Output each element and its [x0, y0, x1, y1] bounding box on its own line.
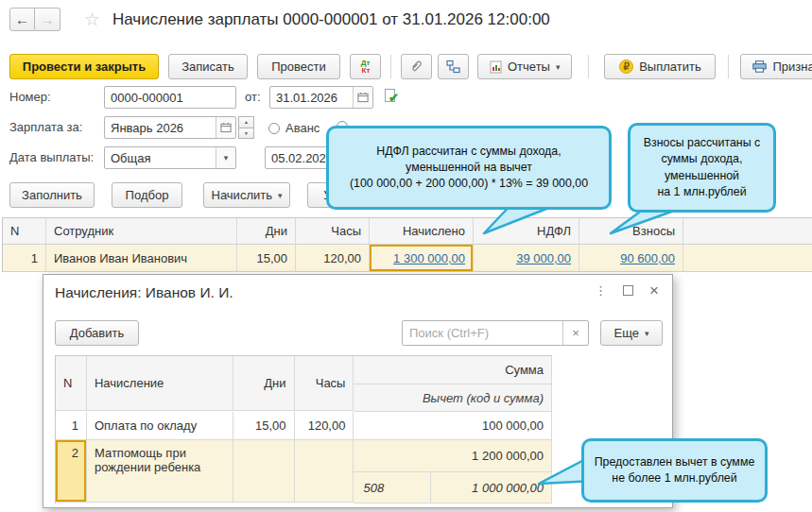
contributions-callout: Взносы рассчитаны с суммы дохода, уменьш…	[628, 123, 776, 213]
kebab-menu-icon[interactable]: ⋮	[595, 283, 607, 298]
accrue-button[interactable]: Начислить▾	[203, 182, 290, 208]
reports-button[interactable]: Отчеты▾	[477, 54, 572, 79]
column-header-contributions[interactable]: Взносы	[579, 218, 683, 245]
paperclip-icon	[409, 60, 423, 74]
hours-cell[interactable]: 120,00	[295, 412, 354, 440]
deduction-code-cell[interactable]: 508	[354, 472, 431, 503]
table-row[interactable]: 1 Иванов Иван Иванович 15,00 120,00 1 30…	[3, 245, 812, 272]
payment-date-label: Дата выплаты:	[9, 150, 94, 164]
payroll-table-header: N Сотрудник Дни Часы Начислено НДФЛ Взно…	[3, 218, 812, 245]
salary-month-field[interactable]: Январь 2026	[104, 116, 236, 139]
stepper-down-icon[interactable]: ▼	[238, 128, 254, 140]
add-button[interactable]: Добавить	[55, 320, 139, 346]
deduction-callout: Предоставлен вычет в сумме не более 1 мл…	[581, 438, 768, 503]
advance-radio[interactable]: Аванс	[268, 121, 320, 135]
sum-group-cell: 1 200 000,00 508 1 000 000,00	[354, 440, 552, 503]
maximize-icon[interactable]	[623, 285, 633, 296]
days-cell[interactable]: 15,00	[233, 412, 295, 440]
row-number-cell[interactable]: 1	[56, 412, 87, 440]
list-item[interactable]: 2 Матпомощь при рождении ребенка 1 200 0…	[56, 440, 552, 503]
dialog-window-controls: ⋮ ×	[595, 283, 659, 298]
report-chart-icon	[490, 60, 502, 74]
column-header-accrued[interactable]: Начислено	[370, 218, 474, 245]
back-arrow-icon[interactable]: ←	[9, 8, 35, 31]
ndfl-link[interactable]: 39 000,00	[516, 251, 571, 265]
days-cell[interactable]: 15,00	[237, 245, 296, 272]
write-button[interactable]: Записать	[168, 54, 248, 79]
pay-button[interactable]: ₽ Выплатить	[604, 54, 716, 79]
column-header-hours[interactable]: Часы	[296, 218, 370, 245]
hours-cell[interactable]: 120,00	[296, 245, 370, 272]
radio-circle-icon	[268, 123, 280, 134]
calendar-icon[interactable]	[216, 117, 235, 138]
post-and-close-button[interactable]: Провести и закрыть	[9, 54, 159, 79]
fill-button[interactable]: Заполнить	[9, 182, 95, 208]
ndfl-callout: НДФЛ рассчитан с суммы дохода, уменьшенн…	[326, 126, 612, 210]
sum-cell[interactable]: 100 000,00	[354, 412, 552, 440]
column-header-ndfl[interactable]: НДФЛ	[474, 218, 579, 245]
stepper-up-icon[interactable]: ▲	[238, 116, 254, 128]
expense-recognition-button[interactable]: Признание расходов	[740, 54, 812, 79]
column-header-accrual[interactable]: Начисление	[87, 356, 233, 411]
deduction-sum-cell[interactable]: 1 000 000,00	[431, 472, 551, 503]
attachments-button[interactable]	[401, 54, 432, 79]
chevron-down-icon: ▾	[645, 329, 649, 338]
close-icon[interactable]: ×	[649, 285, 659, 296]
chevron-down-icon: ▾	[556, 62, 561, 72]
column-header-deduction[interactable]: Вычет (код и сумма)	[354, 384, 551, 411]
salary-for-label: Зарплата за:	[9, 120, 82, 134]
search-box: ×	[402, 320, 589, 346]
column-header-days[interactable]: Дни	[237, 218, 296, 245]
accruals-table-header: N Начисление Дни Часы Сумма Вычет (код и…	[56, 356, 552, 412]
column-header-days[interactable]: Дни	[233, 356, 295, 411]
clear-search-icon[interactable]: ×	[562, 321, 588, 345]
column-header-hours[interactable]: Часы	[295, 356, 354, 411]
accrual-cell[interactable]: Матпомощь при рождении ребенка	[87, 440, 233, 503]
column-header-filler	[683, 218, 812, 245]
forward-arrow-icon[interactable]: →	[35, 8, 60, 31]
calendar-icon[interactable]	[353, 87, 372, 108]
accrued-cell[interactable]: 1 300 000,00	[370, 245, 474, 272]
column-header-n[interactable]: N	[56, 356, 87, 411]
employee-cell[interactable]: Иванов Иван Иванович	[46, 245, 237, 272]
column-header-sum[interactable]: Сумма	[354, 356, 551, 384]
accrued-link[interactable]: 1 300 000,00	[393, 251, 465, 265]
structure-icon	[446, 60, 460, 74]
contributions-link[interactable]: 90 600,00	[620, 251, 675, 265]
payment-type-select[interactable]: Общая ▾	[104, 146, 236, 169]
column-header-employee[interactable]: Сотрудник	[46, 218, 237, 245]
document-toolbar: Провести и закрыть Записать Провести ДтК…	[9, 54, 812, 79]
deduction-subrow: 508 1 000 000,00	[354, 471, 551, 503]
more-button[interactable]: Еще▾	[600, 320, 663, 346]
list-item[interactable]: 1 Оплата по окладу 15,00 120,00 100 000,…	[56, 412, 552, 440]
accrual-cell[interactable]: Оплата по окладу	[87, 412, 233, 440]
row-number-cell[interactable]: 2	[56, 440, 87, 503]
search-input[interactable]	[403, 321, 562, 345]
pick-button[interactable]: Подбор	[112, 182, 182, 208]
favorite-star-icon[interactable]: ☆	[84, 9, 100, 30]
number-field[interactable]: 0000-000001	[104, 86, 236, 109]
hours-cell[interactable]	[295, 440, 354, 503]
column-header-n[interactable]: N	[3, 218, 46, 245]
toolbar-separator	[588, 55, 589, 78]
toolbar-separator	[728, 55, 729, 78]
printer-icon	[752, 60, 767, 73]
days-cell[interactable]	[233, 440, 295, 503]
dtkt-postings-button[interactable]: ДтКт	[350, 54, 381, 79]
chevron-down-icon[interactable]: ▾	[216, 147, 235, 168]
document-posted-icon[interactable]: ✔	[384, 89, 401, 106]
post-button[interactable]: Провести	[257, 54, 340, 79]
document-structure-button[interactable]	[438, 54, 469, 79]
ndfl-cell[interactable]: 39 000,00	[474, 245, 579, 272]
chevron-down-icon: ▾	[278, 191, 283, 200]
nav-history-buttons: ← →	[9, 8, 60, 31]
payroll-document-window: ← → ☆ Начисление зарплаты 0000-000001 от…	[0, 0, 812, 512]
document-date-field[interactable]: 31.01.2026	[269, 86, 373, 109]
accruals-table: N Начисление Дни Часы Сумма Вычет (код и…	[55, 355, 552, 503]
sum-cell[interactable]: 1 200 000,00	[354, 440, 551, 471]
row-number-cell[interactable]: 1	[3, 245, 46, 272]
number-label: Номер:	[9, 90, 51, 104]
from-label: от:	[245, 90, 261, 104]
contributions-cell[interactable]: 90 600,00	[579, 245, 683, 272]
month-stepper[interactable]: ▲ ▼	[238, 116, 254, 139]
